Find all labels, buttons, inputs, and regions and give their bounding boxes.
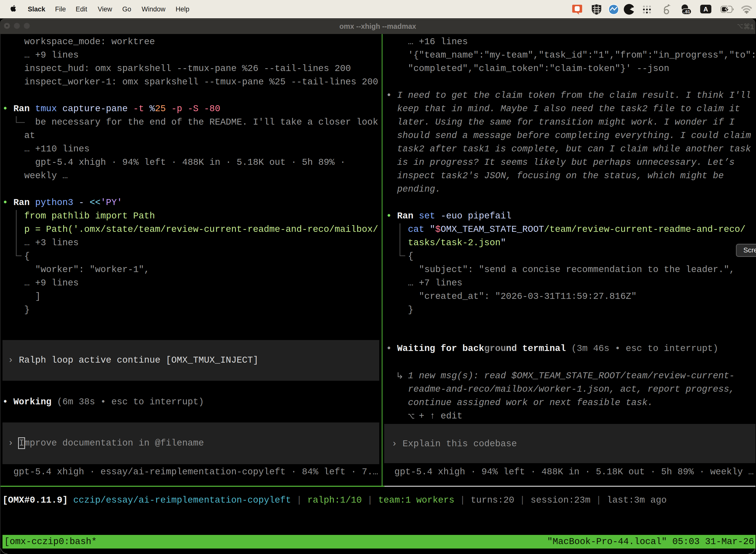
svg-text:A: A (703, 5, 708, 13)
svg-text:..61: ..61 (683, 9, 690, 14)
